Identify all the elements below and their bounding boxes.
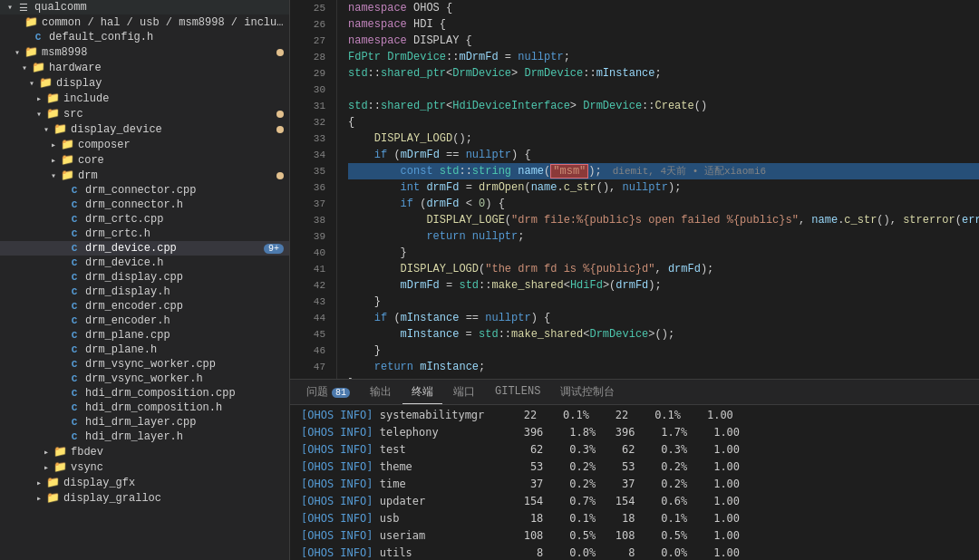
chevron-icon xyxy=(54,331,67,341)
sidebar-item-label: composer xyxy=(78,139,289,151)
token: > xyxy=(511,67,524,80)
line-number: 42 xyxy=(308,277,325,294)
token xyxy=(348,149,374,161)
sidebar-item-display[interactable]: 📁display xyxy=(0,75,289,91)
token: return xyxy=(374,361,413,373)
panel-tab-output[interactable]: 输出 xyxy=(361,381,401,404)
sidebar-item-fbdev[interactable]: 📁fbdev xyxy=(0,444,289,459)
token: = xyxy=(459,181,479,194)
sidebar-item-drm_display_cpp[interactable]: Cdrm_display.cpp xyxy=(0,270,289,285)
token: ; xyxy=(564,51,570,63)
token: DrmDevice xyxy=(452,67,511,80)
chevron-icon xyxy=(54,244,67,254)
sidebar-item-hdi_drm_layer_h[interactable]: Chdi_drm_layer.h xyxy=(0,430,289,444)
sidebar-item-qualcomm[interactable]: ☰qualcomm xyxy=(0,0,289,14)
panel-tab-gitlens[interactable]: GITLENS xyxy=(486,381,549,402)
sidebar-item-drm_display_h[interactable]: Cdrm_display.h xyxy=(0,285,289,299)
line-number: 32 xyxy=(308,114,325,130)
terminal-line: [OHOS INFO] updater 154 0.7% 154 0.6% 1.… xyxy=(290,493,979,510)
sidebar-item-default_config_h[interactable]: Cdefault_config.h xyxy=(0,30,289,44)
token: OHOS { xyxy=(407,2,452,14)
sidebar-item-hardware[interactable]: 📁hardware xyxy=(0,60,289,75)
sidebar-item-drm_plane_cpp[interactable]: Cdrm_plane.cpp xyxy=(0,328,289,343)
token: Create xyxy=(654,100,693,112)
panel-tab-terminal[interactable]: 终端 xyxy=(402,381,442,404)
token: "drm file:%{public}s open failed %{publi… xyxy=(511,214,799,227)
file-icon: C xyxy=(67,344,82,355)
sidebar-item-drm_crtc_h[interactable]: Cdrm_crtc.h xyxy=(0,227,289,241)
sidebar-item-label: drm_display.h xyxy=(85,285,289,298)
sidebar-item-common-hal-usb-msm8998-include[interactable]: 📁common / hal / usb / msm8998 / include xyxy=(0,14,289,30)
sidebar-item-label: hdi_drm_composition.cpp xyxy=(85,387,289,400)
token: name xyxy=(518,165,544,178)
sidebar-item-drm_connector_cpp[interactable]: Cdrm_connector.cpp xyxy=(0,183,289,198)
sidebar-item-label: vsync xyxy=(71,461,289,474)
sidebar-item-drm_vsync_worker_h[interactable]: Cdrm_vsync_worker.h xyxy=(0,372,289,386)
terminal-line: [OHOS INFO] time 37 0.2% 37 0.2% 1.00 xyxy=(290,476,979,493)
code-line: mDrmFd = std::make_shared<HdiFd>(drmFd); xyxy=(348,277,979,294)
sidebar-item-drm_plane_h[interactable]: Cdrm_plane.h xyxy=(0,343,289,357)
panel: 问题81输出终端端口GITLENS调试控制台 [OHOS INFO] syste… xyxy=(290,379,979,560)
token: ) { xyxy=(531,312,551,324)
token: shared_ptr xyxy=(381,67,446,80)
sidebar-item-hdi_drm_layer_cpp[interactable]: Chdi_drm_layer.cpp xyxy=(0,415,289,430)
file-icon: C xyxy=(67,388,82,399)
main-area: 2526272829303132333435363738394041424344… xyxy=(290,0,979,560)
sidebar-item-display_gralloc[interactable]: 📁display_gralloc xyxy=(0,490,289,506)
panel-content[interactable]: [OHOS INFO] systemabilitymgr 22 0.1% 22 … xyxy=(290,405,979,560)
change-badge: 9+ xyxy=(264,244,284,254)
terminal-line: [OHOS INFO] test 62 0.3% 62 0.3% 1.00 xyxy=(290,441,979,459)
sidebar-item-drm_device_h[interactable]: Cdrm_device.h xyxy=(0,256,289,270)
sidebar-item-core[interactable]: 📁core xyxy=(0,152,289,168)
file-icon: 📁 xyxy=(38,76,53,90)
sidebar-item-vsync[interactable]: 📁vsync xyxy=(0,459,289,475)
sidebar-item-drm[interactable]: 📁drm xyxy=(0,168,289,183)
sidebar-item-hdi_drm_composition_cpp[interactable]: Chdi_drm_composition.cpp xyxy=(0,386,289,401)
file-icon: C xyxy=(67,286,82,297)
token: ); xyxy=(668,181,681,194)
token: ( xyxy=(505,214,511,227)
line-number: 27 xyxy=(308,33,325,49)
sidebar-item-label: drm_device.h xyxy=(85,256,289,269)
chevron-icon xyxy=(54,418,67,428)
file-icon: C xyxy=(67,228,82,239)
panel-tab-debug-console[interactable]: 调试控制台 xyxy=(551,381,624,404)
token: (); xyxy=(452,132,472,145)
sidebar-item-hdi_drm_composition_h[interactable]: Chdi_drm_composition.h xyxy=(0,401,289,415)
sidebar-item-msm8998[interactable]: 📁msm8998 xyxy=(0,44,289,60)
sidebar-item-src[interactable]: 📁src xyxy=(0,106,289,121)
panel-tab-port[interactable]: 端口 xyxy=(444,381,484,404)
token: nullptr xyxy=(518,51,563,63)
sidebar-item-drm_encoder_h[interactable]: Cdrm_encoder.h xyxy=(0,314,289,328)
sidebar-item-include[interactable]: 📁include xyxy=(0,91,289,106)
token: mDrmFd xyxy=(401,279,440,292)
code-editor[interactable]: 2526272829303132333435363738394041424344… xyxy=(290,0,979,379)
line-number: 40 xyxy=(308,245,325,261)
token: ; xyxy=(654,67,661,80)
chevron-icon xyxy=(40,124,53,135)
file-explorer[interactable]: ☰qualcomm 📁common / hal / usb / msm8998 … xyxy=(0,0,290,560)
sidebar-item-display_device[interactable]: 📁display_device xyxy=(0,121,289,137)
sidebar-item-drm_device_cpp[interactable]: Cdrm_device.cpp9+ xyxy=(0,241,289,256)
sidebar-item-display_gfx[interactable]: 📁display_gfx xyxy=(0,475,289,490)
line-numbers: 2526272829303132333435363738394041424344… xyxy=(290,0,337,379)
token: >( xyxy=(603,279,616,292)
sidebar-item-drm_vsync_worker_cpp[interactable]: Cdrm_vsync_worker.cpp xyxy=(0,357,289,372)
sidebar-item-drm_connector_h[interactable]: Cdrm_connector.h xyxy=(0,198,289,212)
sidebar-item-composer[interactable]: 📁composer xyxy=(0,137,289,152)
token: DrmDevice xyxy=(589,328,648,341)
token xyxy=(348,279,401,292)
token: name xyxy=(531,181,557,194)
token: , xyxy=(654,263,667,275)
tab-badge: 81 xyxy=(332,388,350,398)
sidebar-item-drm_encoder_cpp[interactable]: Cdrm_encoder.cpp xyxy=(0,299,289,314)
chevron-icon xyxy=(25,78,38,89)
panel-tab-problems[interactable]: 问题81 xyxy=(297,381,359,404)
chevron-icon xyxy=(33,493,45,504)
terminal-line: [OHOS INFO] usb 18 0.1% 18 0.1% 1.00 xyxy=(290,510,979,527)
file-icon: 📁 xyxy=(45,491,60,505)
sidebar-item-drm_crtc_cpp[interactable]: Cdrm_crtc.cpp xyxy=(0,212,289,227)
token: ( xyxy=(955,214,962,227)
token: DrmDevice xyxy=(387,51,446,63)
code-line xyxy=(348,82,979,98)
